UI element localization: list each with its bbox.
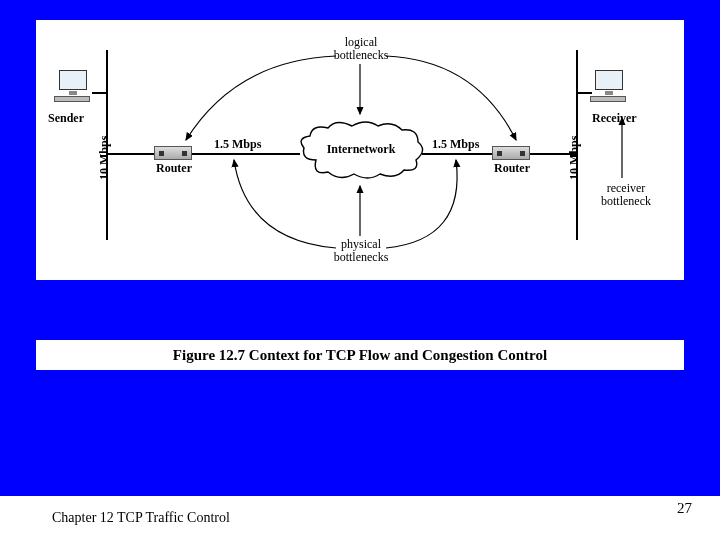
wan-speed-right: 1.5 Mbps bbox=[432, 138, 479, 151]
page-number: 27 bbox=[677, 500, 692, 517]
lan-speed-left: 10 Mbps bbox=[98, 136, 111, 180]
wan-speed-left: 1.5 Mbps bbox=[214, 138, 261, 151]
sender-computer-icon bbox=[52, 70, 94, 106]
router-left-label: Router bbox=[156, 162, 192, 175]
lan-speed-right: 10 Mbps bbox=[568, 136, 581, 180]
router-right-icon bbox=[492, 146, 530, 160]
internetwork-cloud-icon: Internetwork bbox=[296, 120, 426, 180]
receiver-connector bbox=[578, 92, 592, 94]
receiver-computer-icon bbox=[588, 70, 630, 106]
receiver-label: Receiver bbox=[592, 112, 637, 125]
figure-caption: Figure 12.7 Context for TCP Flow and Con… bbox=[173, 347, 547, 364]
sender-connector bbox=[92, 92, 106, 94]
router-left-connector bbox=[108, 153, 154, 155]
footer-text: Chapter 12 TCP Traffic Control bbox=[52, 510, 230, 526]
logical-bottlenecks-label: logical bottlenecks bbox=[326, 36, 396, 61]
router-left-icon bbox=[154, 146, 192, 160]
figure-caption-bar: Figure 12.7 Context for TCP Flow and Con… bbox=[36, 340, 684, 370]
slide-footer: Chapter 12 TCP Traffic Control 27 bbox=[0, 496, 720, 540]
diagram-area: Sender Receiver Router Router 10 Mbps 10… bbox=[36, 20, 684, 280]
sender-label: Sender bbox=[48, 112, 84, 125]
receiver-bottleneck-label: receiver bottleneck bbox=[596, 182, 656, 207]
wan-link-left bbox=[192, 153, 300, 155]
wan-link-right bbox=[422, 153, 492, 155]
internetwork-label: Internetwork bbox=[296, 142, 426, 157]
router-right-label: Router bbox=[494, 162, 530, 175]
physical-bottlenecks-label: physical bottlenecks bbox=[326, 238, 396, 263]
